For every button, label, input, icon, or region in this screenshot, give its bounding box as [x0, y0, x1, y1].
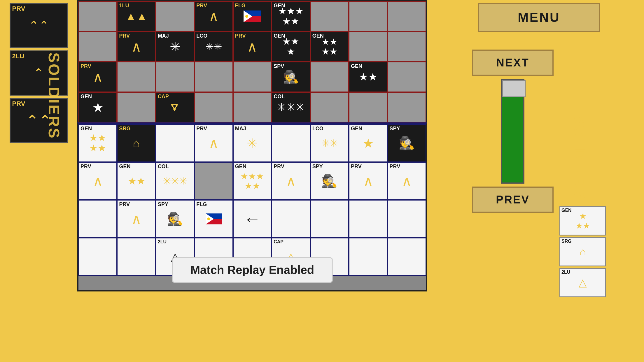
cell-b1-4: GEN ★★★★★ [233, 162, 272, 200]
cell-b3-0 [78, 238, 117, 276]
cell-b3-1 [117, 238, 155, 276]
cell-b1-5: PRV ∧ [272, 162, 310, 200]
cell-b2-4: ← [233, 200, 272, 238]
right-soldiers-label: SOLDIERS [571, 114, 589, 201]
small-tile-gen: GEN ★★★ [559, 206, 606, 236]
cell-b3-7 [349, 238, 387, 276]
cell-t0-8 [388, 1, 426, 31]
cell-t2-8 [388, 62, 426, 92]
cell-t2-6 [310, 62, 349, 92]
cell-t0-4: FLG ✦ [233, 1, 272, 31]
svg-text:✦: ✦ [246, 15, 248, 18]
cell-t1-2: MAJ ✳ [156, 31, 194, 62]
cell-t2-4 [233, 62, 272, 92]
cell-t1-7 [349, 31, 387, 62]
cell-t2-0: PRV ∧ [78, 62, 117, 92]
prev-button[interactable]: PREV [472, 187, 554, 213]
slider-thumb[interactable] [502, 80, 526, 97]
cell-t0-5: GEN ★★★★★ [272, 1, 310, 31]
left-icon-1: ⌃⌃ [29, 20, 49, 32]
cell-t3-5: COL ✳✳✳ [272, 92, 310, 122]
cell-t3-4 [233, 92, 272, 122]
cell-t0-0 [78, 1, 117, 31]
cell-b2-6 [310, 200, 349, 238]
cell-t2-5: SPV 🕵 [272, 62, 310, 92]
left-icon-2: ⌃ [34, 67, 44, 79]
small-tiles-container: GEN ★★★ SRG ⌂ 2LU △ [559, 206, 606, 297]
cell-b0-4: MAJ ✳ [233, 124, 272, 162]
left-rank-label-2: 2LU [12, 52, 24, 60]
slider-track[interactable] [501, 79, 524, 184]
cell-b0-6: LCO ✳✳ [310, 124, 349, 162]
notification-text: Match Replay Enabled [190, 263, 314, 276]
cell-b0-8: SPY 🕵 [388, 124, 426, 162]
cell-t3-6 [310, 92, 349, 122]
slider-container [501, 79, 524, 184]
cell-t0-7 [349, 1, 387, 31]
next-button[interactable]: NEXT [472, 50, 554, 76]
cell-t3-0: GEN ★ [78, 92, 117, 122]
cell-b2-1: PRV ∧ [117, 200, 155, 238]
cell-b1-3 [194, 162, 233, 200]
cell-b1-6: SPY 🕵 [310, 162, 349, 200]
cell-t1-5: GEN ★★★ [272, 31, 310, 62]
cell-b2-5 [272, 200, 310, 238]
cell-t0-1: 1LU ▲▲ [117, 1, 155, 31]
cell-t1-8 [388, 31, 426, 62]
cell-t0-3: PRV ∧ [194, 1, 233, 31]
cell-b1-0: PRV ∧ [78, 162, 117, 200]
cell-b1-8: PRV ∧ [388, 162, 426, 200]
cell-b2-3: FLG [194, 200, 233, 238]
top-board: 1LU ▲▲ PRV ∧ FLG ✦ GEN [77, 0, 427, 122]
cell-t2-1 [117, 62, 155, 92]
cell-b1-2: COL ✳✳✳ [156, 162, 194, 200]
cell-t3-3 [194, 92, 233, 122]
left-panel: PRV ⌃⌃ 2LU ⌃ PRV ⌃⌃ SOLDIERS [0, 0, 77, 239]
cell-t2-2 [156, 62, 194, 92]
cell-t1-6: GEN ★★★★ [310, 31, 349, 62]
cell-b0-1: SRG ⌂ [117, 124, 155, 162]
cell-t3-7 [349, 92, 387, 122]
cell-t1-3: LCO ✳✳ [194, 31, 233, 62]
cell-t2-3 [194, 62, 233, 92]
flag-ph-bottom-icon [206, 213, 222, 224]
cell-b2-8 [388, 200, 426, 238]
small-tile-2lu: 2LU △ [559, 268, 606, 297]
cell-t3-2: CAP ⛛ [156, 92, 194, 122]
cell-b3-8 [388, 238, 426, 276]
right-panel: MENU NEXT PREV SOLDIERS GEN ★★★ SRG ⌂ [434, 0, 644, 362]
cell-b0-2 [156, 124, 194, 162]
cell-t0-6 [310, 1, 349, 31]
cell-t2-7: GEN ★★ [349, 62, 387, 92]
cell-b2-0 [78, 200, 117, 238]
notification-banner: Match Replay Enabled [172, 257, 333, 283]
cell-t1-0 [78, 31, 117, 62]
left-tile-prv: PRV ⌃⌃ [10, 3, 68, 48]
cell-b0-0: GEN ★★★★ [78, 124, 117, 162]
small-tile-srg: SRG ⌂ [559, 237, 606, 266]
left-rank-label-3: PRV [12, 100, 25, 108]
cell-b0-5 [272, 124, 310, 162]
cell-t1-1: PRV ∧ [117, 31, 155, 62]
cell-b1-1: GEN ★★ [117, 162, 155, 200]
left-rank-label-1: PRV [12, 5, 25, 13]
cell-b0-3: PRV ∧ [194, 124, 233, 162]
cell-t3-8 [388, 92, 426, 122]
flag-ph-icon: ✦ [244, 10, 261, 22]
cell-b2-7 [349, 200, 387, 238]
main-board: 1LU ▲▲ PRV ∧ FLG ✦ GEN [77, 0, 427, 291]
menu-button[interactable]: MENU [478, 3, 600, 32]
cell-b1-7: PRV ∧ [349, 162, 387, 200]
cell-t1-4: PRV ∧ [233, 31, 272, 62]
top-grid: 1LU ▲▲ PRV ∧ FLG ✦ GEN [78, 1, 426, 121]
cell-b2-2: SPY 🕵 [156, 200, 194, 238]
cell-b0-7: GEN ★ [349, 124, 387, 162]
svg-point-8 [207, 217, 210, 220]
cell-t3-1 [117, 92, 155, 122]
left-soldiers-label: SOLDIERS [45, 52, 63, 139]
cell-t0-2 [156, 1, 194, 31]
